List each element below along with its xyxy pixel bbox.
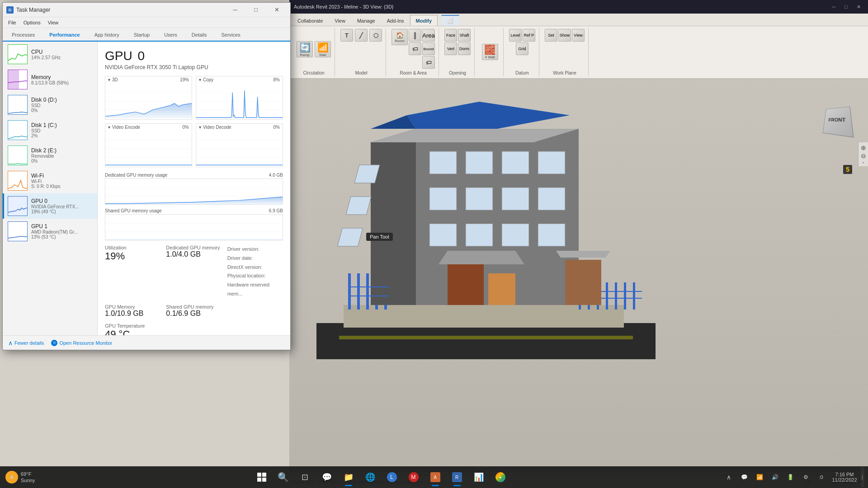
ribbon-set-btn[interactable]: Set (545, 29, 557, 42)
ribbon-ramp-btn[interactable]: 🔄 Ramp (297, 41, 313, 57)
tm-sidebar-gpu1-info: GPU 1 AMD Radeon(TM) Gr... 13% (53 °C) (31, 223, 94, 239)
ribbon-room-separator-btn[interactable]: ║ (409, 29, 421, 42)
taskbar-revit-button[interactable]: R (447, 467, 467, 487)
tm-sidebar-wifi[interactable]: Wi-Fi Wi-Fi S: 0 R: 0 Kbps (3, 168, 97, 193)
taskbar-edge-button[interactable]: 🌐 (360, 467, 380, 487)
taskbar-search-button[interactable]: 🔍 (274, 467, 293, 487)
taskbar-volume-icon[interactable]: 🔊 (768, 467, 782, 487)
zoom-in-btn[interactable]: ⊕ (861, 144, 866, 151)
taskbar-show-desktop-btn[interactable]: │ (861, 467, 864, 487)
building-3d-model (316, 97, 656, 359)
revit-minimize-btn[interactable]: ─ (830, 3, 839, 11)
view-cube-face[interactable]: FRONT (823, 106, 854, 137)
ribbon-by-face-btn[interactable]: Face (444, 29, 457, 42)
taskbar-app-red-btn[interactable]: M (404, 467, 424, 487)
ribbon-ref-plane-btn[interactable]: Ref P (523, 29, 535, 42)
tm-sidebar-disk1[interactable]: Disk 1 (C:) SSD 2% (3, 117, 97, 143)
tm-sidebar-wifi-info: Wi-Fi Wi-Fi S: 0 R: 0 Kbps (31, 173, 94, 189)
tm-tab-users[interactable]: Users (157, 29, 184, 42)
ribbon-stair-btn[interactable]: 📶 Stair (315, 41, 331, 57)
zoom-out-btn[interactable]: ⊖ (861, 152, 866, 160)
ribbon-viewer-btn[interactable]: View (572, 29, 585, 42)
tm-tab-performance[interactable]: Performance (42, 29, 87, 42)
revit-maximize-btn[interactable]: □ (842, 3, 850, 11)
revit-tab-modify[interactable]: Modify (410, 15, 438, 26)
gpu-graph-copy: Copy 8% (196, 76, 283, 120)
taskbar-weather-widget[interactable]: ☀ 69°F Sunny (0, 467, 40, 487)
cpu-name: CPU (31, 49, 94, 55)
ribbon-show-btn[interactable]: Show (558, 29, 571, 42)
revit-tab-contextual[interactable]: ⬜ (441, 15, 459, 26)
revit-tab-manage[interactable]: Manage (351, 15, 381, 26)
taskbar-chat-button[interactable]: 💬 (317, 467, 337, 487)
revit-close-btn[interactable]: ✕ (854, 3, 863, 11)
revit-tab-collaborate[interactable]: Collaborate (292, 15, 329, 26)
taskbar-overflow-btn[interactable]: ∧ (722, 467, 736, 487)
tm-sidebar-disk0[interactable]: Disk 0 (D:) SSD 0% (3, 92, 97, 117)
revit-tab-addins[interactable]: Add-Ins (381, 15, 410, 26)
memory-name: Memory (31, 74, 94, 80)
view-cube[interactable]: FRONT (818, 102, 854, 138)
revit-3d-viewport[interactable]: Pan Tool 5 FRONT ⊕ ⊖ • (289, 79, 868, 472)
tm-minimize-btn[interactable]: ─ (225, 3, 245, 17)
taskbar-settings-icon[interactable]: ⚙ (798, 467, 813, 487)
tm-tab-processes[interactable]: Processes (5, 29, 42, 42)
tm-menu-file[interactable]: File (5, 19, 20, 26)
taskbar-widgets-button[interactable]: ⊡ (295, 467, 315, 487)
ribbon-level-btn[interactable]: Level (509, 29, 522, 42)
tm-tab-details[interactable]: Details (184, 29, 214, 42)
svg-rect-26 (488, 273, 515, 305)
ribbon-room-btn[interactable]: 🏠 Room (392, 29, 408, 45)
taskbar-start-button[interactable] (252, 467, 272, 487)
tm-sidebar-memory[interactable]: Memory 8.1/13.9 GB (58%) (3, 67, 97, 92)
ribbon-model-line-btn[interactable]: ╱ (355, 29, 368, 42)
ribbon-model-text-btn[interactable]: T (340, 29, 353, 42)
taskbar-file-explorer-button[interactable]: 📁 (339, 467, 359, 487)
tm-tab-startup[interactable]: Startup (127, 29, 157, 42)
ribbon-shaft-btn[interactable]: Shaft (458, 29, 471, 42)
analytics-icon: 📊 (474, 472, 484, 482)
tm-tab-services[interactable]: Services (214, 29, 247, 42)
taskbar-notif-zero-icon[interactable]: :0 (814, 467, 828, 487)
gpu-index: 0 (137, 49, 145, 63)
taskbar-wifi-icon[interactable]: 📶 (752, 467, 767, 487)
tm-maximize-btn[interactable]: □ (245, 3, 266, 17)
gpu-title-block: GPU 0 NVIDIA GeForce RTX 3050 Ti Laptop … (105, 49, 208, 70)
gpu-encode-label: Video Encode (108, 125, 140, 130)
tm-sidebar-memory-info: Memory 8.1/13.9 GB (58%) (31, 74, 94, 85)
tm-open-resource-monitor-btn[interactable]: ⊙ Open Resource Monitor (51, 340, 112, 346)
taskbar-app-ark-btn[interactable]: A (425, 467, 445, 487)
tm-menu-view[interactable]: View (44, 19, 62, 26)
taskbar-clock[interactable]: 7:16 PM 11/22/2022 (829, 467, 860, 487)
tm-fewer-details-btn[interactable]: ∧ Fewer details (8, 339, 44, 347)
svg-rect-18 (466, 188, 493, 210)
ribbon-dormer-btn[interactable]: Dorm (458, 42, 471, 55)
tm-sidebar-gpu1[interactable]: GPU 1 AMD Radeon(TM) Gr... 13% (53 °C) (3, 219, 97, 244)
taskbar-chrome-button[interactable]: ● (491, 467, 510, 487)
orbit-btn[interactable]: • (863, 160, 864, 164)
windows-taskbar: ☀ 69°F Sunny 🔍 ⊡ 💬 📁 (0, 466, 868, 488)
ribbon-tag-area-btn[interactable]: 🏷 (422, 56, 435, 69)
tm-sidebar-cpu[interactable]: CPU 14% 2.57 GHz (3, 42, 97, 67)
tm-menu-options[interactable]: Options (20, 19, 44, 26)
ribbon-model-group-btn[interactable]: ⬡ (369, 29, 382, 42)
tm-sidebar-disk2[interactable]: Disk 2 (E:) Removable 0% (3, 143, 97, 168)
ribbon-vertical-btn[interactable]: Vert (444, 42, 457, 55)
tm-app-icon: ⊞ (6, 6, 14, 14)
taskbar-chat-notif-icon[interactable]: 💬 (737, 467, 751, 487)
ribbon-grid-btn[interactable]: Grid (516, 42, 528, 55)
svg-rect-15 (502, 151, 529, 174)
tm-tab-apphistory[interactable]: App history (87, 29, 127, 42)
taskbar-analytics-button[interactable]: 📊 (469, 467, 489, 487)
ribbon-area-boundary-btn[interactable]: Bound (422, 42, 435, 55)
taskbar-app-blue-btn[interactable]: L (382, 467, 402, 487)
tm-tabbar: Processes Performance App history Startu… (3, 28, 290, 42)
ribbon-wall-btn[interactable]: 🧱 4 Wall (482, 44, 498, 60)
wifi-mini-chart (8, 171, 28, 191)
ribbon-tag-room-btn[interactable]: 🏷 (409, 42, 421, 55)
taskbar-battery-icon[interactable]: 🔋 (783, 467, 797, 487)
revit-tab-view[interactable]: View (329, 15, 351, 26)
tm-sidebar-gpu0[interactable]: GPU 0 NVIDIA GeForce RTX... 19% (49 °C) (3, 193, 97, 219)
ribbon-area-btn[interactable]: Area (422, 29, 435, 42)
tm-close-btn[interactable]: ✕ (266, 3, 287, 17)
